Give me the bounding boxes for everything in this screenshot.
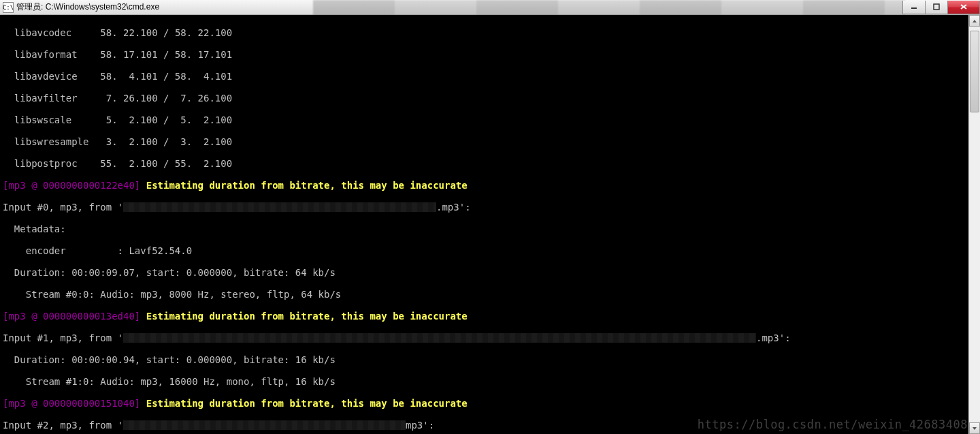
lib-version: 3. 2.100 / 3. 2.100 bbox=[100, 136, 232, 147]
lib-name: libavdevice bbox=[14, 71, 78, 82]
scroll-down-button[interactable] bbox=[969, 422, 980, 434]
window-controls bbox=[903, 1, 980, 14]
input0-duration: Duration: 00:00:09.07, start: 0.000000, … bbox=[3, 267, 968, 278]
close-icon bbox=[960, 3, 968, 10]
lib-version: 58. 22.100 / 58. 22.100 bbox=[100, 27, 232, 38]
input2-head: Input #2, mp3, from ' bbox=[3, 420, 123, 431]
svg-marker-5 bbox=[973, 427, 977, 430]
warn-msg: Estimating duration from bitrate, this m… bbox=[146, 180, 468, 191]
lib-name: libavcodec bbox=[14, 27, 71, 38]
minimize-icon bbox=[911, 3, 917, 10]
input1-duration: Duration: 00:00:00.94, start: 0.000000, … bbox=[3, 354, 968, 365]
warn-msg: Estimating duration from bitrate, this m… bbox=[146, 311, 468, 322]
redacted-path bbox=[123, 202, 436, 212]
input0-ext: .mp3': bbox=[436, 202, 471, 213]
redacted-path bbox=[123, 420, 406, 430]
cmd-icon: C:\ bbox=[3, 2, 14, 13]
svg-marker-4 bbox=[973, 20, 977, 22]
terminal-output[interactable]: libavcodec 58. 22.100 / 58. 22.100 libav… bbox=[0, 15, 968, 434]
input1-ext: .mp3': bbox=[756, 332, 791, 343]
redacted-path bbox=[123, 333, 756, 343]
lib-name: libswscale bbox=[14, 114, 71, 125]
lib-name: libavformat bbox=[14, 49, 78, 60]
maximize-button[interactable] bbox=[925, 1, 948, 14]
svg-rect-1 bbox=[934, 4, 939, 10]
lib-version: 5. 2.100 / 5. 2.100 bbox=[100, 114, 232, 125]
input0-stream: Stream #0:0: Audio: mp3, 8000 Hz, stereo… bbox=[3, 289, 968, 300]
scroll-thumb[interactable] bbox=[970, 31, 979, 112]
close-button[interactable] bbox=[947, 1, 980, 14]
lib-version: 55. 2.100 / 55. 2.100 bbox=[100, 158, 232, 169]
scroll-track[interactable] bbox=[969, 27, 980, 422]
chevron-up-icon bbox=[972, 18, 977, 24]
input2-ext: mp3': bbox=[406, 420, 434, 431]
lib-version: 7. 26.100 / 7. 26.100 bbox=[100, 93, 232, 104]
input0-head: Input #0, mp3, from ' bbox=[3, 202, 123, 213]
warn-prefix: [mp3 @ 000000000013ed40] bbox=[3, 311, 146, 322]
window-title: 管理员: C:\Windows\system32\cmd.exe bbox=[16, 1, 159, 13]
titlebar[interactable]: C:\ 管理员: C:\Windows\system32\cmd.exe bbox=[0, 0, 980, 15]
warn-msg: Estimating duration from bitrate, this m… bbox=[146, 398, 468, 409]
terminal-area: libavcodec 58. 22.100 / 58. 22.100 libav… bbox=[0, 15, 980, 434]
chevron-down-icon bbox=[972, 426, 977, 431]
background-windows bbox=[313, 0, 905, 15]
lib-name: libpostproc bbox=[14, 158, 78, 169]
lib-version: 58. 17.101 / 58. 17.101 bbox=[100, 49, 232, 60]
input1-stream: Stream #1:0: Audio: mp3, 16000 Hz, mono,… bbox=[3, 376, 968, 387]
vertical-scrollbar[interactable] bbox=[968, 15, 980, 434]
lib-name: libavfilter bbox=[14, 93, 78, 104]
scroll-up-button[interactable] bbox=[969, 15, 980, 27]
warn-prefix: [mp3 @ 0000000000122e40] bbox=[3, 180, 146, 191]
cmd-window: C:\ 管理员: C:\Windows\system32\cmd.exe lib… bbox=[0, 0, 980, 434]
warn-prefix: [mp3 @ 0000000000151040] bbox=[3, 398, 146, 409]
input0-meta: Metadata: bbox=[3, 223, 968, 234]
lib-version: 58. 4.101 / 58. 4.101 bbox=[100, 71, 232, 82]
input0-encoder: encoder : Lavf52.54.0 bbox=[3, 245, 968, 256]
lib-name: libswresample bbox=[14, 136, 89, 147]
input1-head: Input #1, mp3, from ' bbox=[3, 332, 123, 343]
maximize-icon bbox=[933, 3, 940, 10]
minimize-button[interactable] bbox=[902, 1, 926, 14]
